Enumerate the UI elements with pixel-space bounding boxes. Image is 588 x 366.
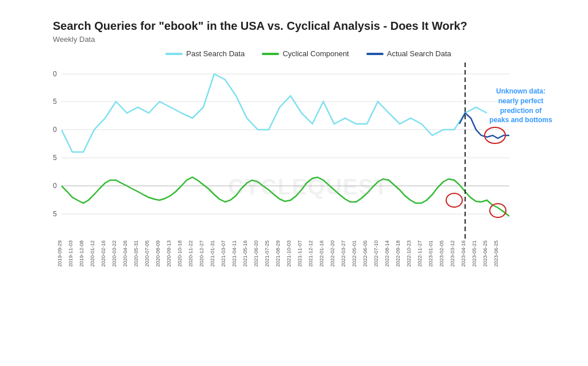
- legend-item-past: Past Search Data: [165, 49, 245, 58]
- svg-text:2020-12-27: 2020-12-27: [199, 240, 204, 267]
- svg-text:2021-11-07: 2021-11-07: [297, 240, 303, 267]
- svg-text:2023-06-25: 2023-06-25: [493, 240, 499, 267]
- svg-text:2021-07-25: 2021-07-25: [264, 240, 270, 267]
- svg-text:2023-05-21: 2023-05-21: [471, 240, 477, 267]
- svg-text:2023-03-12: 2023-03-12: [450, 240, 455, 267]
- legend-color-actual: [366, 53, 384, 55]
- chart-subtitle: Weekly Data: [53, 35, 564, 44]
- svg-text:2021-05-16: 2021-05-16: [242, 240, 248, 267]
- svg-text:2020-03-22: 2020-03-22: [111, 240, 117, 267]
- svg-text:−25: −25: [53, 210, 57, 218]
- svg-text:2023-06-25: 2023-06-25: [482, 240, 488, 267]
- svg-text:2023-01-01: 2023-01-01: [428, 240, 434, 267]
- svg-text:2019-09-29: 2019-09-29: [57, 240, 63, 267]
- svg-text:2022-07-10: 2022-07-10: [373, 240, 379, 267]
- legend-item-cyclical: Cyclical Component: [262, 49, 349, 58]
- svg-text:2023-02-05: 2023-02-05: [439, 240, 444, 267]
- svg-text:50: 50: [53, 126, 57, 134]
- svg-text:2019-12-08: 2019-12-08: [79, 240, 84, 267]
- svg-text:2022-09-18: 2022-09-18: [395, 240, 401, 267]
- svg-text:2022-10-23: 2022-10-23: [406, 240, 412, 267]
- svg-text:2020-08-09: 2020-08-09: [155, 240, 161, 267]
- legend-color-cyclical: [262, 53, 279, 55]
- svg-text:2022-03-27: 2022-03-27: [341, 240, 346, 267]
- cyclical-line: [61, 177, 509, 216]
- svg-text:2022-08-14: 2022-08-14: [384, 240, 390, 267]
- svg-text:2021-12-12: 2021-12-12: [308, 240, 314, 267]
- svg-text:2020-07-05: 2020-07-05: [144, 240, 150, 267]
- legend-item-actual: Actual Search Data: [366, 49, 451, 58]
- chart-legend: Past Search Data Cyclical Component Actu…: [53, 49, 564, 58]
- legend-color-past: [165, 53, 183, 55]
- svg-text:2021-01-31: 2021-01-31: [210, 240, 215, 267]
- svg-text:2020-09-13: 2020-09-13: [166, 240, 172, 267]
- annotation-circle-lower: [490, 204, 506, 217]
- svg-text:2019-11-03: 2019-11-03: [68, 240, 74, 267]
- svg-text:2020-02-16: 2020-02-16: [100, 240, 106, 267]
- svg-text:2022-02-20: 2022-02-20: [330, 240, 335, 267]
- chart-svg-wrapper: CYCLEQUEST Unknown data:nearly perfectpr…: [53, 63, 564, 312]
- svg-text:2021-06-20: 2021-06-20: [253, 240, 259, 267]
- svg-text:2021-03-07: 2021-03-07: [220, 240, 226, 267]
- svg-text:2020-01-12: 2020-01-12: [90, 240, 95, 267]
- svg-text:2023-04-16: 2023-04-16: [461, 240, 466, 267]
- svg-text:2020-05-31: 2020-05-31: [133, 240, 139, 267]
- svg-text:2020-11-22: 2020-11-22: [188, 240, 194, 267]
- legend-label-past: Past Search Data: [186, 49, 245, 58]
- svg-text:2020-04-26: 2020-04-26: [122, 240, 128, 267]
- svg-text:2020-10-18: 2020-10-18: [177, 240, 183, 267]
- svg-text:2022-01-16: 2022-01-16: [319, 240, 324, 267]
- svg-text:25: 25: [53, 154, 57, 162]
- svg-text:75: 75: [53, 98, 57, 106]
- svg-text:2021-04-11: 2021-04-11: [231, 240, 237, 267]
- svg-text:2022-06-05: 2022-06-05: [362, 240, 368, 267]
- svg-text:2021-10-03: 2021-10-03: [286, 240, 292, 267]
- svg-text:100: 100: [53, 70, 57, 78]
- past-search-line: [61, 74, 487, 152]
- svg-text:2022-05-01: 2022-05-01: [351, 240, 357, 267]
- chart-title: Search Queries for "ebook" in the USA vs…: [53, 20, 564, 33]
- svg-text:2022-11-27: 2022-11-27: [417, 240, 423, 267]
- svg-text:0: 0: [53, 182, 57, 190]
- legend-label-actual: Actual Search Data: [387, 49, 451, 58]
- chart-container: Search Queries for "ebook" in the USA vs…: [13, 8, 575, 358]
- annotation-circle-middle: [446, 193, 462, 207]
- x-axis-labels: 2019-09-29 2019-11-03 2019-12-08 2020-01…: [57, 240, 499, 267]
- annotation-box: Unknown data:nearly perfectprediction of…: [483, 87, 558, 125]
- svg-text:2021-08-29: 2021-08-29: [275, 240, 281, 267]
- legend-label-cyclical: Cyclical Component: [283, 49, 349, 58]
